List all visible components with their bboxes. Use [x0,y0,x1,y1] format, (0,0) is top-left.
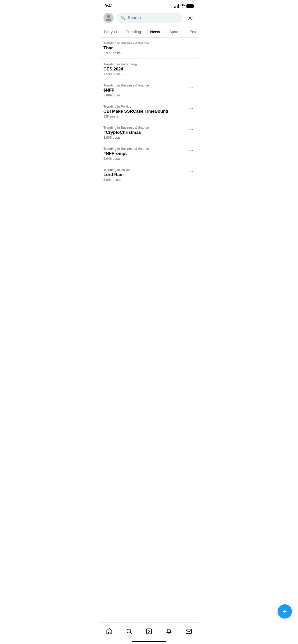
status-time: 9:41 [104,4,113,9]
trending-title: Thar [103,46,195,51]
trending-list: Trending in Business & finance Thar 2,97… [99,38,199,185]
nav-tabs: For you Trending News Sports Entertainme… [99,26,199,38]
trending-item[interactable]: Trending in Business & finance $NFP 7,86… [99,80,199,101]
trending-item[interactable]: Trending in Technology CES 2024 1,538 po… [99,59,199,80]
settings-button[interactable] [185,13,195,22]
trending-posts: 6,046 posts [103,157,187,160]
trending-item-content: Trending in Business & finance $NFP 7,86… [103,83,187,97]
more-button[interactable]: ··· [187,83,195,91]
more-button[interactable]: ··· [187,105,195,112]
trending-title: #CryptoChristmas [103,130,187,135]
tab-entertainment[interactable]: Entertainment [185,26,199,37]
trending-item-content: Trending in Business & finance Thar 2,97… [103,41,195,55]
signal-icon [174,4,179,8]
more-button[interactable]: ··· [187,126,195,133]
tab-news[interactable]: News [146,26,165,37]
trending-item[interactable]: Trending in Business & finance #NFPrompt… [99,143,199,164]
trending-item-content: Trending in Politics Lord Ram 6,091 post… [103,168,187,182]
trending-item[interactable]: Trending in Politics CBI Make SSRCase Ti… [99,101,199,122]
avatar-icon [105,14,112,21]
wifi-icon [180,4,185,8]
trending-item[interactable]: Trending in Business & finance #CryptoCh… [99,122,199,143]
battery-icon [186,4,194,8]
svg-point-0 [189,17,191,19]
trending-category: Trending in Business & finance [103,147,187,151]
trending-item-content: Trending in Business & finance #NFPrompt… [103,147,187,160]
tab-for-you[interactable]: For you [99,26,121,37]
status-icons [174,4,194,8]
trending-item-content: Trending in Technology CES 2024 1,538 po… [103,62,187,76]
trending-posts: 7,869 posts [103,93,187,97]
trending-category: Trending in Politics [103,168,187,172]
search-icon: 🔍 [121,16,126,20]
search-input: Search [128,16,141,20]
trending-item-content: Trending in Business & finance #CryptoCh… [103,126,187,139]
more-button[interactable]: ··· [187,62,195,70]
trending-category: Trending in Business & finance [103,41,195,45]
trending-item-content: Trending in Politics CBI Make SSRCase Ti… [103,105,187,118]
search-bar[interactable]: 🔍 Search [117,13,182,23]
trending-category: Trending in Politics [103,105,187,108]
more-button[interactable]: ··· [187,147,195,154]
tab-trending[interactable]: Trending [121,26,146,37]
trending-category: Trending in Technology [103,62,187,66]
trending-item[interactable]: Trending in Business & finance Thar 2,97… [99,38,199,59]
avatar[interactable] [103,13,114,23]
trending-category: Trending in Business & finance [103,126,187,129]
trending-category: Trending in Business & finance [103,83,187,87]
trending-title: $NFP [103,88,187,93]
header: 🔍 Search [99,11,199,26]
trending-posts: 3,905 posts [103,136,187,139]
trending-title: Lord Ram [103,172,187,177]
trending-posts: 6,091 posts [103,178,187,182]
trending-title: CBI Make SSRCase TimeBound [103,109,187,114]
trending-item[interactable]: Trending in Politics Lord Ram 6,091 post… [99,164,199,185]
tab-sports[interactable]: Sports [165,26,185,37]
status-bar: 9:41 [99,0,199,11]
trending-title: CES 2024 [103,67,187,72]
trending-posts: 1,538 posts [103,72,187,76]
trending-title: #NFPrompt [103,151,187,156]
trending-posts: 2,977 posts [103,51,195,55]
trending-posts: 12K posts [103,114,187,118]
more-button[interactable]: ··· [187,168,195,175]
